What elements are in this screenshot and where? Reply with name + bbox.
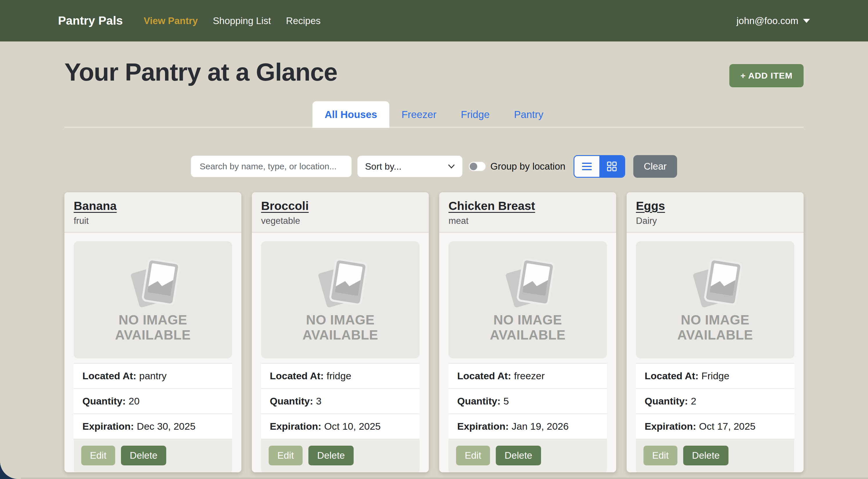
add-item-button[interactable]: + ADD ITEM xyxy=(729,64,804,87)
quantity-value: 20 xyxy=(128,395,140,407)
delete-button[interactable]: Delete xyxy=(496,446,541,466)
nav-link-view-pantry[interactable]: View Pantry xyxy=(144,15,197,26)
no-image-placeholder: NO IMAGE AVAILABLE xyxy=(261,241,420,358)
pantry-card: Banana fruit NO IMAGE AVAIL xyxy=(64,192,241,472)
card-footer: Edit Delete xyxy=(74,439,232,472)
row-located-at: Located At:Fridge xyxy=(636,363,794,389)
filter-controls: Sort by... Group by location xyxy=(64,155,804,178)
quantity-value: 2 xyxy=(691,395,696,407)
edit-button[interactable]: Edit xyxy=(81,446,115,466)
located-at-label: Located At: xyxy=(270,370,324,381)
no-image-text: NO IMAGE AVAILABLE xyxy=(480,313,576,343)
card-title-link[interactable]: Banana xyxy=(74,199,117,213)
row-located-at: Located At:pantry xyxy=(74,363,232,389)
user-menu[interactable]: john@foo.com xyxy=(737,15,810,26)
nav-link-shopping-list[interactable]: Shopping List xyxy=(213,15,271,26)
edit-button[interactable]: Edit xyxy=(644,446,677,466)
no-image-placeholder: NO IMAGE AVAILABLE xyxy=(448,241,607,358)
row-located-at: Located At:fridge xyxy=(261,363,420,389)
expiration-value: Dec 30, 2025 xyxy=(137,421,195,432)
no-image-placeholder: NO IMAGE AVAILABLE xyxy=(636,241,794,358)
grid-view-button[interactable] xyxy=(599,156,624,177)
row-quantity: Quantity:3 xyxy=(261,389,420,414)
list-view-button[interactable] xyxy=(575,156,599,177)
row-expiration: Expiration:Dec 30, 2025 xyxy=(74,414,232,439)
page-bottom-edge xyxy=(21,478,868,479)
chevron-down-icon xyxy=(448,164,455,169)
expiration-label: Expiration: xyxy=(83,421,134,432)
located-at-value: Fridge xyxy=(702,370,729,381)
located-at-value: pantry xyxy=(139,370,167,381)
expiration-value: Oct 10, 2025 xyxy=(324,421,381,432)
app-root: Pantry Pals View Pantry Shopping List Re… xyxy=(0,0,868,479)
location-tabs: All Houses Freezer Fridge Pantry xyxy=(64,101,804,128)
no-image-text: NO IMAGE AVAILABLE xyxy=(292,313,388,343)
caret-down-icon xyxy=(803,19,810,23)
card-header: Chicken Breast meat xyxy=(439,192,616,232)
pantry-card: Chicken Breast meat NO IMAG xyxy=(439,192,616,472)
nav-link-recipes[interactable]: Recipes xyxy=(286,15,320,26)
card-header: Banana fruit xyxy=(64,192,241,232)
row-expiration: Expiration:Jan 19, 2026 xyxy=(448,414,607,439)
card-detail-list: Located At:freezer Quantity:5 Expiration… xyxy=(448,363,607,472)
toggle-knob xyxy=(470,163,477,170)
search-input[interactable] xyxy=(191,156,351,177)
quantity-value: 3 xyxy=(316,395,321,407)
quantity-label: Quantity: xyxy=(83,395,126,407)
row-quantity: Quantity:5 xyxy=(448,389,607,414)
row-located-at: Located At:freezer xyxy=(448,363,607,389)
located-at-value: fridge xyxy=(327,370,351,381)
located-at-label: Located At: xyxy=(83,370,136,381)
edit-button[interactable]: Edit xyxy=(269,446,303,466)
located-at-label: Located At: xyxy=(457,370,511,381)
expiration-label: Expiration: xyxy=(645,421,696,432)
delete-button[interactable]: Delete xyxy=(308,446,353,466)
card-footer: Edit Delete xyxy=(448,439,607,472)
group-by-location-toggle[interactable] xyxy=(469,162,486,171)
tab-pantry[interactable]: Pantry xyxy=(502,101,556,128)
card-header: Eggs Dairy xyxy=(627,192,804,232)
card-header: Broccoli vegetable xyxy=(252,192,429,232)
pantry-card: Eggs Dairy NO IMAGE AVAILAB xyxy=(627,192,804,472)
card-body: NO IMAGE AVAILABLE Located At:Fridge Qua… xyxy=(627,232,804,472)
card-footer: Edit Delete xyxy=(636,439,794,472)
no-image-text: NO IMAGE AVAILABLE xyxy=(105,313,201,343)
no-image-icon xyxy=(307,257,374,312)
no-image-text: NO IMAGE AVAILABLE xyxy=(667,313,763,343)
list-icon xyxy=(582,162,592,171)
card-type: fruit xyxy=(74,216,232,226)
delete-button[interactable]: Delete xyxy=(683,446,728,466)
expiration-value: Jan 19, 2026 xyxy=(512,421,569,432)
quantity-value: 5 xyxy=(503,395,509,407)
sort-select[interactable]: Sort by... xyxy=(358,156,462,177)
no-image-icon xyxy=(682,257,748,312)
tab-all-houses[interactable]: All Houses xyxy=(312,101,389,128)
page-title: Your Pantry at a Glance xyxy=(64,58,337,87)
row-expiration: Expiration:Oct 10, 2025 xyxy=(261,414,420,439)
card-title-link[interactable]: Eggs xyxy=(636,199,665,213)
clear-button[interactable]: Clear xyxy=(633,155,677,178)
card-body: NO IMAGE AVAILABLE Located At:fridge Qua… xyxy=(252,232,429,472)
located-at-label: Located At: xyxy=(645,370,699,381)
grid-icon xyxy=(607,161,617,171)
tab-fridge[interactable]: Fridge xyxy=(449,101,502,128)
card-title-link[interactable]: Broccoli xyxy=(261,199,309,213)
brand: Pantry Pals xyxy=(58,14,123,28)
edit-button[interactable]: Edit xyxy=(456,446,490,466)
card-body: NO IMAGE AVAILABLE Located At:freezer Qu… xyxy=(439,232,616,472)
row-quantity: Quantity:20 xyxy=(74,389,232,414)
card-footer: Edit Delete xyxy=(261,439,420,472)
group-toggle-label: Group by location xyxy=(490,161,565,172)
expiration-value: Oct 17, 2025 xyxy=(699,421,756,432)
pantry-card: Broccoli vegetable NO IMAGE xyxy=(252,192,429,472)
delete-button[interactable]: Delete xyxy=(121,446,166,466)
card-title-link[interactable]: Chicken Breast xyxy=(448,199,535,213)
expiration-label: Expiration: xyxy=(270,421,321,432)
card-detail-list: Located At:Fridge Quantity:2 Expiration:… xyxy=(636,363,794,472)
card-type: vegetable xyxy=(261,216,420,226)
no-image-icon xyxy=(494,257,561,312)
title-row: Your Pantry at a Glance + ADD ITEM xyxy=(64,58,804,87)
no-image-icon xyxy=(120,257,186,312)
card-type: meat xyxy=(448,216,607,226)
tab-freezer[interactable]: Freezer xyxy=(389,101,449,128)
